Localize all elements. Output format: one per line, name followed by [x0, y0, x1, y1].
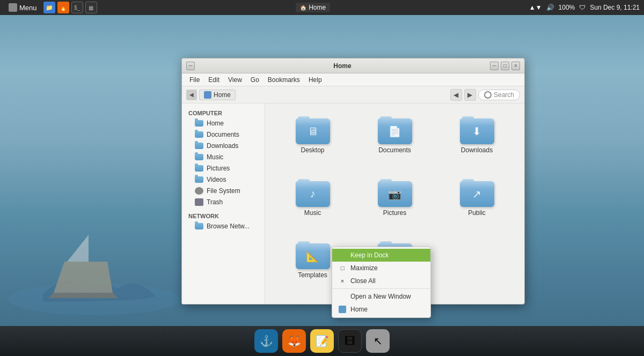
taskbar-dock: ⚓ 🦊 📝 🎞 ↖: [0, 326, 644, 356]
sidebar-item-filesystem[interactable]: File System: [184, 186, 262, 196]
public-label: Public: [468, 209, 486, 217]
notes-icon: 📝: [316, 335, 329, 347]
terminal-button[interactable]: $_: [71, 2, 83, 13]
desktop-folder-icon: 🖥: [296, 116, 330, 144]
filesystem-icon: [195, 187, 203, 195]
ctx-home-icon: [339, 306, 346, 313]
window-controls: ─: [186, 62, 195, 70]
ctx-new-window[interactable]: Open a New Window: [332, 290, 430, 303]
desktop-wallpaper-boat: [0, 219, 188, 326]
folder-public[interactable]: ↗ Public: [438, 175, 516, 233]
downloads-label: Downloads: [461, 146, 493, 154]
trash-icon: [195, 198, 203, 206]
ctx-home-label: Home: [350, 306, 368, 313]
window-titlebar: ─ Home ─ □ ×: [182, 58, 524, 73]
location-button[interactable]: Home: [199, 90, 236, 100]
sidebar-home-label: Home: [207, 120, 224, 127]
toolbar: ◀ Home ◀ ▶ Search: [182, 86, 524, 103]
desktop-label: Desktop: [301, 146, 324, 154]
sidebar-item-home[interactable]: Home: [184, 118, 262, 129]
music-folder-icon: ♪: [296, 179, 330, 207]
sidebar-item-pictures[interactable]: Pictures: [184, 163, 262, 174]
datetime-label: Sun Dec 9, 11:21: [590, 4, 640, 11]
ctx-maximize-icon: □: [339, 264, 346, 272]
sidebar-item-downloads[interactable]: Downloads: [184, 140, 262, 151]
window-close-x-button[interactable]: ×: [511, 62, 520, 70]
folder-documents[interactable]: 📄 Documents: [356, 112, 434, 170]
sidebar-item-videos[interactable]: Videos: [184, 174, 262, 185]
anchor-icon: ⚓: [260, 335, 273, 347]
files-app-button[interactable]: 📁: [43, 2, 55, 13]
sidebar-computer-section: Computer: [182, 108, 265, 117]
sidebar-item-music[interactable]: Music: [184, 152, 262, 162]
menu-help[interactable]: Help: [305, 75, 325, 85]
ctx-maximize-label: Maximize: [350, 264, 378, 272]
sidebar-filesystem-label: File System: [207, 187, 240, 195]
menu-file[interactable]: File: [186, 75, 203, 85]
battery-label: 100%: [559, 4, 575, 11]
window-close-button[interactable]: ─: [186, 62, 195, 70]
ctx-close-label: Close All: [350, 277, 376, 285]
window-title: Home: [195, 62, 490, 70]
dock-firefox-app[interactable]: 🦊: [282, 329, 306, 353]
menu-label: Menu: [19, 4, 37, 12]
sidebar-videos-label: Videos: [207, 176, 226, 183]
sidebar-downloads-label: Downloads: [207, 142, 238, 150]
sidebar-network-section: Network: [182, 211, 265, 220]
back-button[interactable]: ◀: [450, 89, 462, 101]
templates-folder-icon: 📐: [296, 241, 330, 269]
home-folder-icon: [204, 91, 211, 99]
menu-icon: [9, 3, 17, 12]
window-maximize-button[interactable]: □: [501, 62, 509, 70]
close-symbol: ×: [341, 278, 344, 284]
documents-icon: [195, 131, 203, 138]
sidebar: Computer Home Documents Downloads Music …: [182, 103, 265, 304]
menu-bookmarks[interactable]: Bookmarks: [265, 75, 303, 85]
folder-music[interactable]: ♪ Music: [274, 175, 352, 233]
sidebar-item-documents[interactable]: Documents: [184, 129, 262, 140]
menu-edit[interactable]: Edit: [205, 75, 223, 85]
folder-downloads[interactable]: ⬇ Downloads: [438, 112, 516, 170]
network-icon: [195, 223, 203, 229]
network-icon: ▲▼: [529, 4, 542, 11]
folder-pictures[interactable]: 📷 Pictures: [356, 175, 434, 233]
window-minimize-button[interactable]: ─: [490, 62, 499, 70]
ctx-maximize[interactable]: □ Maximize: [332, 262, 430, 275]
documents-label: Documents: [378, 146, 411, 154]
dock-anchor-app[interactable]: ⚓: [254, 329, 278, 353]
ctx-close-icon: ×: [339, 277, 346, 285]
app4-button[interactable]: ▦: [85, 2, 97, 13]
firefox-icon: 🦊: [288, 335, 301, 347]
ctx-home[interactable]: Home: [332, 303, 430, 316]
templates-label: Templates: [298, 271, 327, 279]
menu-go[interactable]: Go: [247, 75, 262, 85]
sidebar-pictures-label: Pictures: [207, 165, 230, 172]
ctx-new-window-label: Open a New Window: [350, 293, 411, 300]
sidebar-item-trash[interactable]: Trash: [184, 197, 262, 207]
app2-button[interactable]: 🔥: [57, 2, 69, 13]
menu-bar: File Edit View Go Bookmarks Help: [182, 73, 524, 86]
location-label: Home: [214, 91, 231, 99]
ctx-keep-label: Keep in Dock: [350, 251, 389, 259]
sidebar-toggle[interactable]: ◀: [186, 90, 197, 100]
dock-media-app[interactable]: 🎞: [338, 329, 362, 353]
search-box[interactable]: Search: [478, 90, 520, 100]
pictures-label: Pictures: [383, 209, 406, 217]
taskbar-window[interactable]: 🏠 Home: [296, 3, 330, 12]
public-folder-icon: ↗: [460, 179, 494, 207]
maximize-symbol: □: [341, 265, 345, 271]
volume-icon: 🔊: [546, 4, 554, 11]
pictures-icon: [195, 165, 203, 172]
ctx-keep-in-dock[interactable]: Keep in Dock: [332, 249, 430, 262]
menu-button[interactable]: Menu: [4, 2, 41, 13]
sidebar-item-network[interactable]: Browse Netw...: [184, 221, 262, 232]
ctx-close-all[interactable]: × Close All: [332, 275, 430, 287]
window-right-controls: ─ □ ×: [490, 62, 520, 70]
search-icon: [484, 91, 492, 99]
folder-desktop[interactable]: 🖥 Desktop: [274, 112, 352, 170]
menu-view[interactable]: View: [225, 75, 245, 85]
downloads-icon: [195, 143, 203, 149]
forward-button[interactable]: ▶: [464, 89, 476, 101]
dock-notes-app[interactable]: 📝: [310, 329, 334, 353]
dock-cursor-app[interactable]: ↖: [366, 329, 390, 353]
